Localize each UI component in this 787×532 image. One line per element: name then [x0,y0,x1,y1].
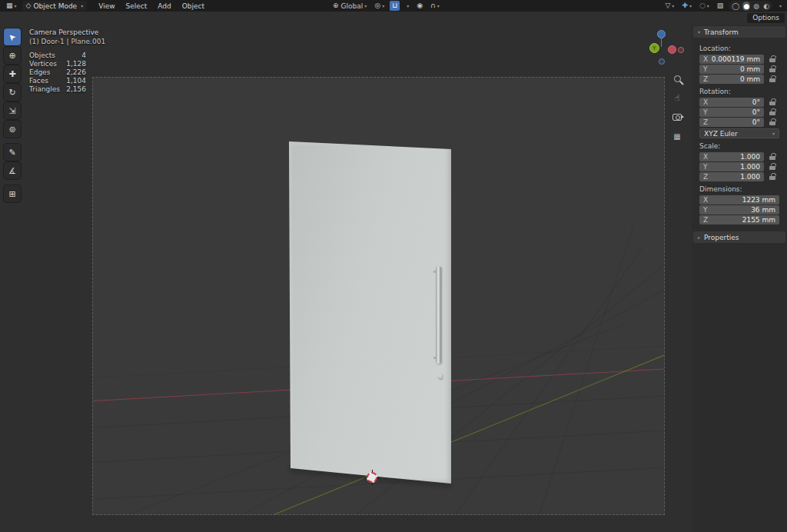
scale-x-row: X 1.000 [699,152,781,161]
shading-solid-button[interactable]: ● [742,2,750,11]
active-object-label: (1) Door-1 | Plane.001 [29,37,105,46]
axis-z-negative-handle[interactable] [659,58,665,65]
gizmo-axis-line [661,38,662,47]
stat-edges: Edges 2,226 [29,68,105,77]
pivot-point-dropdown[interactable]: ◎ ▾ [372,1,387,11]
transform-panel-header[interactable]: ▾ Transform [693,26,785,38]
stat-value: 2,156 [65,85,86,94]
add-cube-icon: ⊞ [8,189,15,199]
toggle-projection-button[interactable]: ▦ [670,130,684,142]
toolbar-rotate-tool[interactable]: ↻ [4,84,21,101]
dimensions-y-field[interactable]: Y 36 mm [699,205,779,214]
door-handle-object[interactable] [436,266,441,364]
toolbar-measure-tool[interactable]: ∡ [4,162,21,179]
properties-panel-header[interactable]: ▸ Properties [693,231,785,243]
axis-z-handle[interactable] [657,30,666,38]
toolbar-annotate-tool[interactable]: ✎ [4,144,21,161]
lock-icon[interactable] [769,98,776,106]
scale-z-row: Z 1.000 [699,172,781,181]
gizmo-icon: ✚ [682,2,688,9]
tool-shelf: ➤ ⊕ ✚ ↻ ⇲ ⊚ ✎ ∡ ⊞ [4,28,21,202]
axis-label: Y [703,206,711,214]
rotation-y-field[interactable]: Y 0° [699,108,764,117]
location-z-field[interactable]: Z 0 mm [699,75,764,84]
dimensions-x-field[interactable]: X 1223 mm [699,195,779,204]
lock-icon[interactable] [769,118,776,126]
chevron-down-icon: ▾ [437,4,440,8]
camera-icon [672,114,682,121]
object-type-visibility-dropdown[interactable]: ▽ ▾ [662,1,676,11]
field-value: 0° [711,108,760,116]
lock-icon[interactable] [769,173,776,181]
gizmos-dropdown[interactable]: ✚ ▾ [679,1,694,11]
lock-icon[interactable] [769,163,776,171]
proportional-editing-toggle[interactable]: ◉ [414,1,425,11]
transform-orientation-dropdown[interactable]: ⊕ Global ▾ [330,1,369,11]
toolbar-transform-tool[interactable]: ⊚ [4,121,21,138]
toolbar-scale-tool[interactable]: ⇲ [4,102,21,119]
dimensions-y-row: Y 36 mm [699,205,781,214]
rotate-icon: ↻ [8,88,15,98]
rotation-z-row: Z 0° [699,118,781,127]
navigation-gizmo[interactable]: Y [643,29,686,68]
select-cursor-icon: ➤ [6,31,18,43]
camera-viewport[interactable] [92,77,665,515]
falloff-dropdown[interactable]: ∩ ▾ [428,1,442,11]
rotation-mode-dropdown[interactable]: XYZ Euler ▾ [699,128,779,138]
door-object[interactable] [289,141,452,484]
lock-icon[interactable] [769,153,776,161]
lock-icon[interactable] [769,108,776,116]
transform-icon: ⊚ [8,125,15,135]
toolbar-move-tool[interactable]: ✚ [4,65,21,82]
camera-view-button[interactable] [670,111,684,123]
location-label: Location: [699,45,781,52]
stat-label: Vertices [29,60,65,68]
menu-select[interactable]: Select [121,2,153,10]
tool-options-dropdown[interactable]: Options [747,13,785,23]
shading-wireframe-button[interactable]: ◯ [731,2,740,11]
location-x-field[interactable]: X 0.000119 mm [699,55,764,64]
shading-rendered-button[interactable]: ◐ [762,2,770,11]
global-orientation-icon: ⊕ [333,2,339,9]
rotation-x-field[interactable]: X 0° [699,98,764,107]
shading-material-button[interactable]: ◍ [752,2,760,11]
axis-label: Z [703,118,711,126]
toolbar-tweak-select-tool[interactable]: ➤ [4,28,21,45]
scale-icon: ⇲ [8,106,15,116]
scale-x-field[interactable]: X 1.000 [699,152,764,161]
snap-settings-dropdown[interactable]: ▾ [403,1,411,11]
overlays-dropdown[interactable]: ◌ ▾ [697,1,712,11]
scale-z-field[interactable]: Z 1.000 [699,172,764,181]
editor-type-dropdown[interactable]: ▦ ▾ [4,1,19,11]
axis-y-handle[interactable]: Y [649,43,659,53]
3d-cursor [364,470,380,485]
scale-y-field[interactable]: Y 1.000 [699,162,764,171]
view-name-label: Camera Perspective [29,28,105,37]
xray-toggle[interactable]: ▨ [715,1,726,11]
menu-add[interactable]: Add [152,2,176,10]
stat-vertices: Vertices 1,128 [29,60,105,68]
viewport-side-tools: ☝ ▦ [670,72,684,142]
lock-icon[interactable] [769,65,776,73]
dimensions-z-field[interactable]: Z 2155 mm [699,215,779,224]
axis-label: Z [703,75,711,83]
chevron-down-icon: ▾ [364,4,367,8]
snap-toggle[interactable]: ⊔ [390,1,400,11]
location-y-field[interactable]: Y 0 mm [699,65,764,74]
door-lock-cylinder[interactable] [438,374,443,379]
toolbar-cursor-tool[interactable]: ⊕ [4,47,21,64]
menu-view[interactable]: View [93,2,120,10]
lock-icon[interactable] [769,75,776,83]
pan-tool-button[interactable]: ☝ [670,91,684,104]
toolbar-add-cube-tool[interactable]: ⊞ [4,185,21,202]
axis-x-negative-handle[interactable] [678,47,684,53]
lock-icon[interactable] [769,55,776,63]
chevron-down-icon: ▾ [15,4,17,8]
mode-dropdown[interactable]: ◇ Object Mode ▾ [22,1,88,11]
zoom-tool-button[interactable] [670,72,684,85]
menu-object[interactable]: Object [177,2,210,10]
rotation-z-field[interactable]: Z 0° [699,118,764,127]
axis-x-handle[interactable] [668,45,676,54]
shading-settings-dropdown[interactable]: ▾ [775,1,784,11]
location-y-row: Y 0 mm [699,65,781,74]
